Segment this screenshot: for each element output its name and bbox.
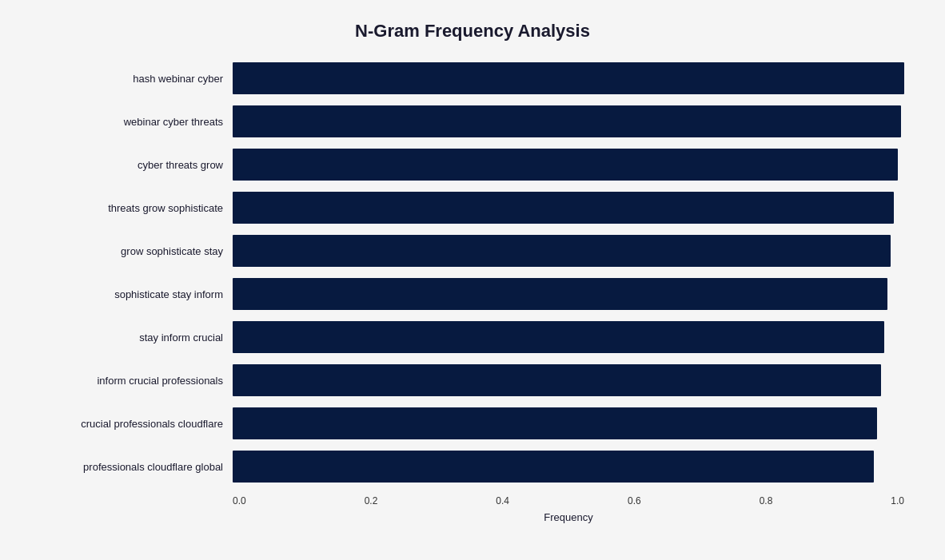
- bar-fill: [233, 235, 891, 267]
- x-ticks: 0.00.20.40.60.81.0: [233, 495, 904, 506]
- bar-fill: [233, 149, 898, 181]
- bar-row: webinar cyber threats: [41, 101, 904, 142]
- bar-row: sophisticate stay inform: [41, 273, 904, 315]
- x-axis: 0.00.20.40.60.81.0: [41, 495, 904, 506]
- bar-row: threats grow sophisticate: [41, 187, 904, 228]
- bar-label: grow sophisticate stay: [41, 245, 233, 257]
- x-tick: 0.2: [365, 495, 378, 506]
- x-tick: 1.0: [891, 495, 904, 506]
- bar-label: cyber threats grow: [41, 159, 233, 171]
- bar-row: hash webinar cyber: [41, 58, 904, 99]
- bar-fill: [233, 192, 894, 224]
- bar-fill: [233, 451, 874, 483]
- bar-track: [233, 364, 904, 396]
- bar-fill: [233, 407, 877, 439]
- bar-row: stay inform crucial: [41, 316, 904, 358]
- bar-label: webinar cyber threats: [41, 116, 233, 128]
- bar-label: inform crucial professionals: [41, 375, 233, 387]
- x-tick: 0.6: [628, 495, 641, 506]
- bar-track: [233, 235, 904, 267]
- bar-track: [233, 105, 904, 137]
- bar-fill: [233, 62, 904, 94]
- bar-fill: [233, 321, 884, 353]
- bar-track: [233, 407, 904, 439]
- bar-row: cyber threats grow: [41, 144, 904, 185]
- bar-label: crucial professionals cloudflare: [41, 418, 233, 430]
- bar-fill: [233, 364, 881, 396]
- x-axis-label: Frequency: [41, 511, 904, 523]
- bar-track: [233, 451, 904, 483]
- bar-label: sophisticate stay inform: [41, 288, 233, 300]
- bar-row: professionals cloudflare global: [41, 446, 904, 487]
- bar-track: [233, 278, 904, 310]
- bar-track: [233, 149, 904, 181]
- chart-title: N-Gram Frequency Analysis: [41, 21, 904, 42]
- bar-label: professionals cloudflare global: [41, 461, 233, 473]
- bar-fill: [233, 105, 901, 137]
- bar-row: crucial professionals cloudflare: [41, 403, 904, 444]
- x-tick: 0.8: [760, 495, 773, 506]
- x-tick: 0.0: [233, 495, 246, 506]
- bar-label: hash webinar cyber: [41, 73, 233, 85]
- bar-label: threats grow sophisticate: [41, 202, 233, 214]
- x-tick: 0.4: [496, 495, 509, 506]
- bar-label: stay inform crucial: [41, 332, 233, 344]
- bar-fill: [233, 278, 887, 310]
- chart-container: N-Gram Frequency Analysis hash webinar c…: [17, 5, 928, 555]
- chart-area: hash webinar cyberwebinar cyber threatsc…: [41, 58, 904, 489]
- bar-track: [233, 321, 904, 353]
- bar-track: [233, 192, 904, 224]
- bar-track: [233, 62, 904, 94]
- bar-row: grow sophisticate stay: [41, 230, 904, 272]
- bar-row: inform crucial professionals: [41, 359, 904, 401]
